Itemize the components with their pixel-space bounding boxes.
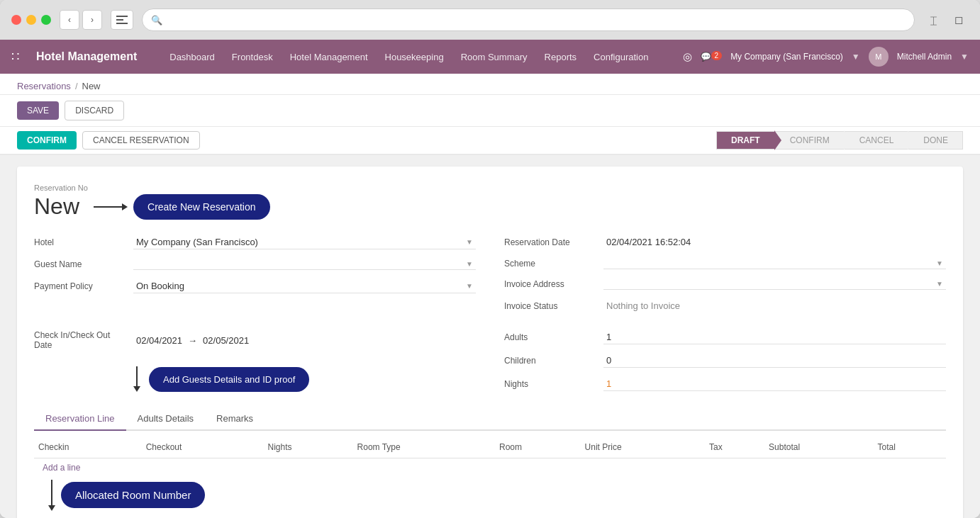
tab-adults-details[interactable]: Adults Details [126,407,205,431]
discard-button[interactable]: DISCARD [65,101,124,120]
company-selector[interactable]: My Company (San Francisco) [730,52,843,62]
nights-field[interactable]: 1 [603,377,946,391]
payment-policy-label: Payment Policy [34,281,133,291]
add-reservation-line[interactable]: Add a line [38,458,84,477]
children-field[interactable]: 0 [603,354,946,368]
nav-menu: Dashboard Frontdesk Hotel Management Hou… [162,49,671,65]
scheme-label: Scheme [504,259,603,269]
col-room: Room [495,437,581,458]
address-bar[interactable]: 🔍 [142,9,915,31]
action-bar: SAVE DISCARD [0,95,980,127]
scheme-dropdown-arrow: ▼ [936,259,943,267]
hotel-dropdown-arrow: ▼ [466,238,473,246]
confirm-action-button[interactable]: CONFIRM [17,131,77,150]
payment-policy-field[interactable]: On Booking ▼ [133,279,476,293]
tab-remarks[interactable]: Remarks [205,407,265,431]
tabs: Reservation Line Adults Details Remarks [34,407,946,431]
tab-reservation-line[interactable]: Reservation Line [34,407,126,431]
nav-reports[interactable]: Reports [538,49,584,65]
breadcrumb-current: New [82,81,101,91]
form-card: Reservation No New Create New Reservatio… [17,167,963,518]
allocated-room-tooltip: Allocated Room Number [61,482,205,508]
children-label: Children [504,356,603,366]
workflow-step-confirm[interactable]: CONFIRM [775,131,845,150]
reservation-no-value: New [34,193,79,220]
nav-configuration[interactable]: Configuration [586,49,655,65]
col-subtotal: Subtotal [764,437,874,458]
save-button[interactable]: SAVE [17,101,59,120]
reservation-no-label: Reservation No [34,184,946,192]
create-tooltip: Create New Reservation [133,194,270,220]
nav-frontdesk[interactable]: Frontdesk [225,49,280,65]
clock-icon[interactable]: ◎ [683,50,692,63]
maximize-button[interactable] [41,15,51,25]
notification-badge: 2 [711,51,723,60]
scheme-field[interactable]: ▼ [603,258,946,269]
chat-icon[interactable]: 💬2 [701,52,723,62]
guests-tooltip: Add Guests Details and ID proof [149,367,309,392]
hotel-label: Hotel [34,237,133,247]
workflow-step-cancel[interactable]: CANCEL [845,131,909,150]
guest-name-field[interactable]: ▼ [133,259,476,270]
table-row: Add a line [34,458,946,478]
reservation-table: Checkin Checkout Nights Room Type Room U… [34,437,946,477]
invoice-address-field[interactable]: ▼ [603,278,946,290]
back-button[interactable]: ‹ [60,10,79,30]
workflow-step-draft[interactable]: DRAFT [716,131,775,150]
svg-rect-1 [116,19,123,21]
checkin-value: 02/04/2021 [136,335,182,346]
col-tax: Tax [705,437,764,458]
nav-housekeeping[interactable]: Housekeeping [378,49,451,65]
reservation-date-value: 02/04/2021 16:52:04 [603,235,946,249]
avatar: M [869,47,889,67]
invoice-status-label: Invoice Status [504,301,603,311]
breadcrumb-separator: / [75,81,78,91]
adults-label: Adults [504,332,603,342]
sidebar-toggle-button[interactable] [111,10,133,30]
nav-room-summary[interactable]: Room Summary [454,49,535,65]
nav-dashboard[interactable]: Dashboard [162,49,222,65]
new-window-button[interactable]: ◻ [949,10,969,30]
company-dropdown-arrow[interactable]: ▼ [852,52,860,62]
nights-label: Nights [504,379,603,389]
guest-name-dropdown-arrow: ▼ [466,260,473,268]
status-bar: CONFIRM CANCEL RESERVATION DRAFT CONFIRM… [0,127,980,155]
invoice-address-dropdown-arrow: ▼ [936,280,943,288]
nav-hotel-management[interactable]: Hotel Management [283,49,375,65]
col-checkin: Checkin [34,437,142,458]
search-icon: 🔍 [151,15,162,26]
app-title: Hotel Management [36,50,137,63]
checkin-date-value[interactable]: 02/04/2021 → 02/05/2021 [133,334,476,347]
cancel-reservation-button[interactable]: CANCEL RESERVATION [82,131,200,150]
checkin-date-label: Check In/Check OutDate [34,330,133,350]
hotel-field[interactable]: My Company (San Francisco) ▼ [133,235,476,249]
share-button[interactable]: ⌶ [923,10,943,30]
svg-rect-2 [116,23,128,24]
adults-field[interactable]: 1 [603,330,946,344]
date-arrow: → [188,335,197,346]
col-nights: Nights [263,437,352,458]
minimize-button[interactable] [26,15,36,25]
main-content: Reservation No New Create New Reservatio… [0,155,980,518]
reservation-date-label: Reservation Date [504,237,603,247]
workflow-steps: DRAFT CONFIRM CANCEL DONE [716,131,963,150]
checkout-value: 02/05/2021 [203,335,249,346]
breadcrumb-parent[interactable]: Reservations [17,81,71,91]
col-total: Total [874,437,946,458]
svg-rect-0 [116,16,128,17]
invoice-status-value: Nothing to Invoice [603,299,946,313]
invoice-address-label: Invoice Address [504,279,603,289]
col-checkout: Checkout [142,437,264,458]
col-unit-price: Unit Price [581,437,705,458]
payment-policy-dropdown-arrow: ▼ [466,282,473,290]
workflow-step-done[interactable]: DONE [908,131,963,150]
forward-button[interactable]: › [82,10,102,30]
col-room-type: Room Type [353,437,495,458]
close-button[interactable] [11,15,21,25]
guest-name-label: Guest Name [34,259,133,269]
grid-icon[interactable]: ∷ [11,49,19,64]
breadcrumb: Reservations / New [0,74,980,95]
user-name[interactable]: Mitchell Admin [897,52,952,62]
user-dropdown-arrow[interactable]: ▼ [960,52,969,62]
